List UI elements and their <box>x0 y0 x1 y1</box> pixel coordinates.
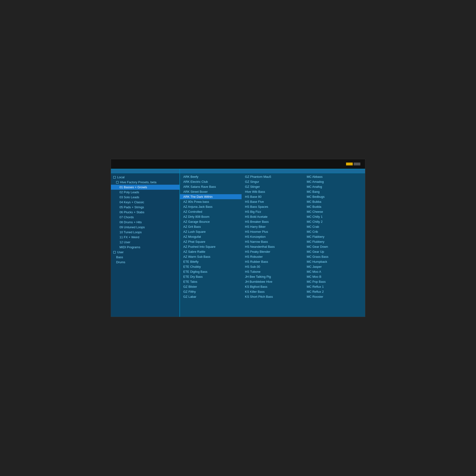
patch-item[interactable]: HS Bold Acetate <box>241 214 303 219</box>
patch-item[interactable]: AZ Anjuna Jack Bass <box>180 204 241 209</box>
patch-item[interactable]: AZ Warm Sub Bass <box>180 254 241 259</box>
save-button[interactable] <box>354 163 360 165</box>
patch-item[interactable]: AZ Phat Square <box>180 239 241 244</box>
patch-item[interactable]: MC Rooster <box>304 294 365 299</box>
patch-item[interactable]: HS Base Five <box>241 199 303 204</box>
patch-item[interactable]: ETE Talos <box>180 279 241 284</box>
patch-item[interactable]: MC Humpback <box>304 259 365 264</box>
patch-item[interactable]: MC Gear Down <box>304 244 365 249</box>
patch-item[interactable]: AZ Lush Square <box>180 229 241 234</box>
dir-item-local[interactable]: Local <box>111 175 179 180</box>
patch-item[interactable]: GZ Labar <box>180 294 241 299</box>
dir-item-02-poly[interactable]: 02 Poly Leads <box>111 190 179 195</box>
dir-item-09-untuned[interactable]: 09 Untuned Loops <box>111 225 179 230</box>
patch-item[interactable]: MC Chilly 2 <box>304 219 365 224</box>
patch-item[interactable]: KS Short Pitch Bass <box>241 294 303 299</box>
patch-item[interactable]: MC Crab <box>304 224 365 229</box>
dir-item-01-basses[interactable]: 01 Basses + Growls <box>111 185 179 190</box>
patch-item[interactable]: ETE Chubby <box>180 264 241 269</box>
patch-item[interactable]: HS Neanderthal Bass <box>241 244 303 249</box>
dir-item-bass[interactable]: Bass <box>111 255 179 260</box>
patch-item[interactable]: MC Flubbery <box>304 239 365 244</box>
patch-item[interactable]: GZ Phantom Mau5 <box>241 174 303 179</box>
patch-item[interactable]: MC Reflux 1 <box>304 284 365 289</box>
patch-item[interactable]: ETE Dry Bass <box>180 274 241 279</box>
dir-item-10-tuned[interactable]: 10 Tuned Loops <box>111 230 179 235</box>
patch-item[interactable]: ARK The Dark Within <box>180 194 241 199</box>
dir-item-07-chords[interactable]: 07 Chords <box>111 215 179 220</box>
checkbox-local[interactable] <box>113 176 116 178</box>
patch-item[interactable]: HS Hoomer Plus <box>241 229 303 234</box>
patch-item[interactable]: HS Big Fizz <box>241 209 303 214</box>
patch-item[interactable]: MC Chilly 1 <box>304 214 365 219</box>
patch-item[interactable]: HS Peaky Blender <box>241 249 303 254</box>
dir-item-user[interactable]: User <box>111 250 179 255</box>
patch-item[interactable]: MC Jasper <box>304 264 365 269</box>
patch-item[interactable]: MC Anafog <box>304 184 365 189</box>
patch-item[interactable]: MC Moo B <box>304 274 365 279</box>
patch-item[interactable]: AZ Dirty 808 Boom <box>180 214 241 219</box>
patch-item[interactable]: AZ Pushed Into Square <box>180 244 241 249</box>
patch-item[interactable]: MC Grass Bass <box>304 254 365 259</box>
patch-item[interactable]: ETE Digilog Bass <box>180 269 241 274</box>
dir-item-midi[interactable]: MIDI Programs <box>111 245 179 250</box>
patch-item[interactable]: MC Abbass <box>304 174 365 179</box>
patch-item[interactable]: MC Gear Up <box>304 249 365 254</box>
patch-item[interactable]: AZ Moogufat <box>180 234 241 239</box>
patch-item[interactable]: MC Cheese <box>304 209 365 214</box>
patch-item[interactable]: GZ Singur <box>241 179 303 184</box>
patch-item[interactable]: MC Flabbery <box>304 234 365 239</box>
checkbox-hive-factory[interactable] <box>116 181 119 184</box>
patch-item[interactable]: KS Bigfoot Bass <box>241 284 303 289</box>
dir-item-08-drums[interactable]: 08 Drums + Hits <box>111 220 179 225</box>
patch-item[interactable]: MC Budda <box>304 204 365 209</box>
patch-item[interactable]: MC Amadog <box>304 179 365 184</box>
patch-item[interactable]: HS Bass Spaces <box>241 204 303 209</box>
dir-item-hive-factory[interactable]: Hive Factory Presets, beta <box>111 180 179 185</box>
patch-item[interactable]: MC Pop Bass <box>304 279 365 284</box>
patch-item[interactable]: ARK Beefy <box>180 174 241 179</box>
patch-item[interactable]: JH Bumblebee Hive <box>241 279 303 284</box>
patch-item[interactable]: HS Tubone <box>241 269 303 274</box>
patch-item[interactable]: AZ Grit Bass <box>180 224 241 229</box>
patch-item[interactable]: ARK Electric Club <box>180 179 241 184</box>
patch-item[interactable]: MC Bedbugs <box>304 194 365 199</box>
dir-item-drums[interactable]: Drums <box>111 260 179 265</box>
dir-item-03-solo[interactable]: 03 Solo Leads <box>111 195 179 200</box>
patch-item[interactable]: MC Crib <box>304 229 365 234</box>
patch-item[interactable]: JH Bee Talking Pig <box>241 274 303 279</box>
dir-item-11-fx[interactable]: 11 FX + Weird <box>111 235 179 240</box>
patch-item[interactable]: HS Sub-30 <box>241 264 303 269</box>
patch-item[interactable]: AZ Sabre Rattle <box>180 249 241 254</box>
patch-item[interactable]: HS Rubber Bass <box>241 259 303 264</box>
patch-item[interactable]: ETE Bitefly <box>180 259 241 264</box>
dir-label-drums: Drums <box>116 260 125 264</box>
patch-item[interactable]: AZ 80s Powa bass <box>180 199 241 204</box>
patch-item[interactable]: HS Breaker Bass <box>241 219 303 224</box>
patch-item[interactable]: ARK Street Boxer <box>180 189 241 194</box>
patch-item[interactable]: GZ Filthy <box>180 289 241 294</box>
patch-item[interactable]: GZ Stinger <box>241 184 303 189</box>
dir-label-02-poly: 02 Poly Leads <box>119 190 139 194</box>
patch-item[interactable]: MC Reflux 2 <box>304 289 365 294</box>
patch-item[interactable]: HS Narrow Bass <box>241 239 303 244</box>
patch-item[interactable]: Hive Wib Bass <box>241 189 303 194</box>
patch-item[interactable]: AZ Controlled <box>180 209 241 214</box>
patch-item[interactable]: HS Base 80 <box>241 194 303 199</box>
preset-button[interactable] <box>346 163 353 165</box>
patch-item[interactable]: AZ Garage Bounce <box>180 219 241 224</box>
patch-item[interactable]: MC Moo A <box>304 269 365 274</box>
dir-item-05-pads[interactable]: 05 Pads + Strings <box>111 205 179 210</box>
patch-item[interactable]: HS Harry Biker <box>241 224 303 229</box>
checkbox-user[interactable] <box>113 251 116 254</box>
patch-item[interactable]: ARK Satans Rave Bass <box>180 184 241 189</box>
patch-item[interactable]: KS Killer Bass <box>241 289 303 294</box>
patch-item[interactable]: GZ Blister <box>180 284 241 289</box>
patch-item[interactable]: HS Robuster <box>241 254 303 259</box>
patch-item[interactable]: MC Bang <box>304 189 365 194</box>
patch-item[interactable]: HS Konzeption <box>241 234 303 239</box>
dir-item-04-keys[interactable]: 04 Keys + Classic <box>111 200 179 205</box>
dir-item-06-plucks[interactable]: 06 Plucks + Stabs <box>111 210 179 215</box>
dir-item-12-user[interactable]: 12 User <box>111 240 179 245</box>
patch-item[interactable]: MC Bubba <box>304 199 365 204</box>
